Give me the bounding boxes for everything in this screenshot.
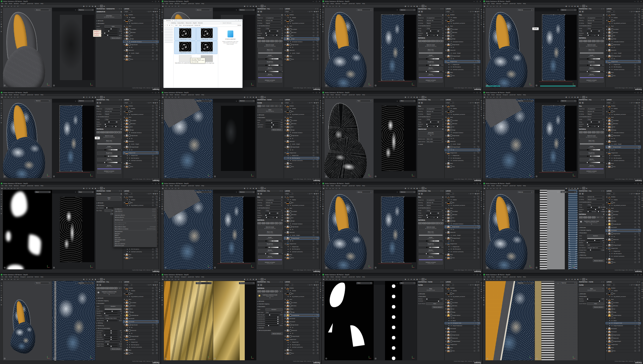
layer-row[interactable]: ◉Edge BorderNrm100 [445,134,480,137]
eye-icon[interactable]: ◉ [287,246,289,247]
layer-checkbox[interactable] [635,256,636,257]
viewport-2d[interactable]: ⁞⁞ Material▾ [213,8,256,87]
eye-icon[interactable]: ◉ [448,240,450,242]
channel-block[interactable]: Metallicuniform color [419,67,443,71]
subtool-icon[interactable]: ≡ [165,278,167,280]
channel-chip-height[interactable]: height [262,105,266,107]
layer-checkbox[interactable] [474,160,475,161]
layer-row[interactable]: ◉Stitches02Nrm100 [445,327,480,330]
paint-tool-icon[interactable]: ▣ [416,96,418,98]
tool-icon[interactable]: ▭ [1,287,2,289]
layer-tool-icon[interactable]: ● [153,193,154,194]
eye-icon[interactable]: ◉ [448,223,450,224]
layer-checkbox[interactable] [474,14,475,15]
layer-checkbox[interactable] [152,333,154,334]
paint-tool-icon[interactable]: ⇄ [571,187,573,189]
paint-tool-icon[interactable]: ▣ [255,278,257,280]
tool-icon[interactable]: ▣ [1,299,2,301]
layer-row[interactable]: ◉✱FillMlt1 [284,229,320,231]
eye-icon[interactable]: ◉ [606,120,608,121]
layer-tool-icon[interactable]: ✦ [473,193,474,194]
layer-row[interactable]: ◉OutMlt100 [284,216,320,220]
tool-icon[interactable]: ⬒ [161,115,163,116]
window-control[interactable]: ▢ [155,183,156,184]
eye-icon[interactable]: ◉ [124,221,125,222]
channel-filter-select[interactable]: Height▾ [445,102,454,104]
channel-block[interactable]: Base coloruniform color [580,139,604,143]
layer-row[interactable]: ◉✎PaintNrm100 [445,207,480,210]
window-control[interactable]: ▢ [637,92,639,93]
panel-icon[interactable]: ✕ [639,190,640,192]
param-slider[interactable] [113,126,117,127]
subtool-icon[interactable]: ▸ [493,96,495,98]
channel-filter-select[interactable]: Height▾ [445,284,454,286]
window-control[interactable]: ✕ [319,183,320,184]
subtool-icon[interactable]: ◂ [7,278,10,280]
layer-row[interactable]: ◉EdgeNrm100 [123,129,159,132]
slider-thumb[interactable] [266,35,267,36]
eye-icon[interactable]: ◉ [606,331,608,332]
tool-icon[interactable]: ◫ [483,290,484,291]
tool-icon[interactable]: ▭ [322,196,323,198]
eye-icon[interactable]: ◉ [287,342,289,343]
param-select[interactable]: Bilinear HQ▾ [426,20,443,21]
eye-icon[interactable]: ◉ [445,111,447,112]
eye-icon[interactable]: ◉ [445,238,447,239]
dock-icon[interactable]: ◉ [159,115,160,116]
layer-row[interactable]: ◉✎PaintNrm100 [606,116,641,119]
channel-chip-ao[interactable]: ao [118,131,122,133]
restore-defaults-button[interactable]: Restore defaults [110,37,122,39]
paint-tool-icon[interactable]: ◉ [91,96,94,98]
param-slider[interactable] [104,339,117,340]
layer-checkbox[interactable] [152,290,154,291]
slider-thumb[interactable] [430,30,431,32]
paint-tool-icon[interactable]: ✎ [100,278,103,280]
slider-thumb[interactable] [111,28,112,29]
dock-icon[interactable]: ▭ [481,113,482,114]
eye-icon[interactable]: ◉ [124,353,125,354]
eye-icon[interactable]: ◉ [287,347,289,348]
slider-thumb[interactable] [588,211,589,212]
layer-checkbox[interactable] [313,132,314,133]
panel-icon[interactable]: ✕ [282,8,283,10]
eye-icon[interactable]: ◉ [609,318,611,319]
eye-icon[interactable]: ◉ [287,160,289,161]
layer-row[interactable]: ◉Edge BorderNrm100 [123,134,159,137]
slider-thumb[interactable] [426,253,427,254]
channel-chip-ao[interactable]: ao [118,287,122,289]
viewport-2d[interactable]: ⁞⁞ Material▾ [52,99,95,178]
slider-thumb[interactable] [271,122,272,123]
layer-row[interactable]: ◉✱HSL PerceptiveRepl100 [123,157,159,160]
eye-icon[interactable]: ◉ [606,61,608,62]
layer-row[interactable]: ◉EdgeNrm100 [284,220,320,223]
panel-icon[interactable]: ✕ [603,8,604,10]
paint-tool-icon[interactable]: ‖ [246,96,249,98]
layer-checkbox[interactable] [152,202,154,203]
layer-checkbox[interactable] [313,205,314,206]
layer-row[interactable]: ◉✱mg_ambient_occlusionNrm100 [606,295,641,298]
paint-tool-icon[interactable]: ⇄ [89,5,91,7]
layer-tool-icon[interactable]: ＋ [468,193,469,194]
eye-icon[interactable]: ◉ [124,324,125,325]
channel-chip-rough[interactable]: rough [588,216,592,218]
slider-thumb[interactable] [108,156,109,157]
layer-checkbox[interactable] [474,32,475,33]
menu-javascript[interactable]: Javascript [27,94,33,95]
layer-checkbox[interactable] [474,155,475,156]
subtool-icon[interactable]: ◂ [329,5,331,7]
layer-checkbox[interactable] [152,347,154,348]
layer-tool-icon[interactable]: ✦ [634,11,635,12]
subtool-icon[interactable]: ↺ [338,5,341,7]
layer-checkbox[interactable] [474,251,475,252]
layer-row[interactable]: ◉DragonColorNrm100 [284,151,320,155]
eye-icon[interactable]: ◉ [126,114,128,115]
menu-edit[interactable]: Edit [327,276,329,278]
layer-checkbox[interactable] [635,55,636,57]
eye-icon[interactable]: ◉ [285,353,286,354]
tool-icon[interactable]: ▤ [322,213,323,214]
layer-tool-icon[interactable]: ✖ [157,11,158,12]
layer-row[interactable]: ◉DragonHeightNrm100 [284,237,320,240]
material-mode-box[interactable]: Substance material modeFabric Tweed Stit… [97,290,122,296]
panel-icon[interactable]: ↺ [637,8,638,10]
param-select[interactable]: Knit▾ [587,244,604,246]
